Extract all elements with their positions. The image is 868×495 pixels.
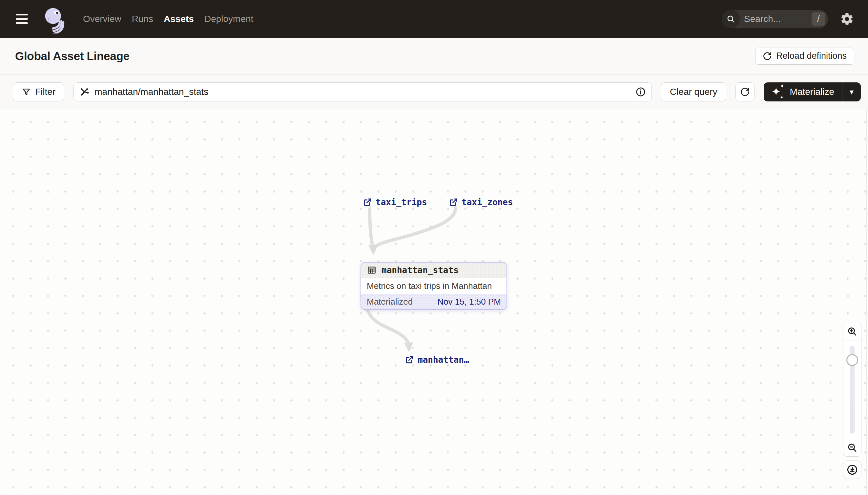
nav-link-overview[interactable]: Overview [78,14,127,24]
reload-definitions-label: Reload definitions [776,51,847,61]
hamburger-menu-icon[interactable] [15,12,29,26]
zoom-out-icon [847,443,857,453]
nav-link-deployment[interactable]: Deployment [199,14,259,24]
filter-funnel-icon [22,87,31,97]
global-search[interactable]: / [722,10,828,28]
sparkle-icon: ✦ ✦ ✦ [772,85,785,99]
edge-taxi-trips-to-manhattan-stats [370,209,373,246]
graph-selector-icon [79,87,90,97]
arrowhead-into-downstream [404,342,413,352]
zoom-slider-thumb[interactable] [846,354,858,366]
gear-icon [840,12,854,26]
reload-icon [763,52,772,61]
query-info-icon[interactable] [635,86,646,98]
asset-node-manhattan-downstream[interactable]: manhattan… [405,355,469,365]
external-link-icon [449,198,458,207]
dagster-logo [41,5,67,33]
status-label: Materialized [367,297,413,307]
filter-button[interactable]: Filter [13,82,64,101]
materialize-split-button: ✦ ✦ ✦ Materialize ▾ [764,82,861,101]
clear-query-label: Clear query [670,87,718,97]
external-link-icon [405,355,414,364]
settings-button[interactable] [840,12,854,26]
asset-node-taxi-zones[interactable]: taxi_zones [449,197,513,207]
asset-node-label: taxi_zones [462,197,513,207]
arrowhead-into-manhattan-stats [368,245,378,255]
edge-manhattan-stats-to-downstream [368,310,408,342]
asset-card-status-row: Materialized Nov 15, 1:50 PM [361,294,507,309]
materialize-options-button[interactable]: ▾ [843,82,861,101]
caret-down-icon: ▾ [850,87,854,97]
download-center-icon [846,464,858,476]
asset-card-header: manhattan_stats [361,262,507,278]
main-nav: Overview Runs Assets Deployment [78,14,259,24]
lineage-canvas[interactable]: taxi_trips taxi_zones manhattan_stats Me… [0,109,868,495]
status-timestamp: Nov 15, 1:50 PM [437,297,501,307]
search-icon [722,10,740,28]
top-navbar: Overview Runs Assets Deployment / [0,0,868,38]
asset-card-manhattan-stats[interactable]: manhattan_stats Metrics on taxi trips in… [360,262,507,310]
page-header: Global Asset Lineage Reload definitions [0,38,868,74]
asset-query-field[interactable] [73,82,652,101]
asset-node-label: taxi_trips [376,197,427,207]
filter-button-label: Filter [35,87,55,97]
external-link-icon [363,198,372,207]
nav-link-runs[interactable]: Runs [127,14,158,24]
clear-query-button[interactable]: Clear query [661,82,726,101]
zoom-slider[interactable] [844,340,861,439]
recenter-view-button[interactable] [843,461,862,479]
refresh-icon [740,87,750,97]
canvas-scrollbar-gutter[interactable] [866,109,868,495]
asset-card-description: Metrics on taxi trips in Manhattan [361,278,507,294]
asset-query-input[interactable] [94,87,630,97]
zoom-controls [843,323,862,457]
search-input[interactable] [744,14,812,24]
zoom-in-icon [847,326,857,337]
zoom-in-button[interactable] [844,323,861,340]
page-title: Global Asset Lineage [15,50,129,63]
reload-definitions-button[interactable]: Reload definitions [755,48,854,65]
nav-link-assets[interactable]: Assets [158,14,199,24]
asset-node-taxi-trips[interactable]: taxi_trips [363,197,427,207]
zoom-out-button[interactable] [844,439,861,456]
asset-card-name: manhattan_stats [382,265,459,275]
search-shortcut-badge: / [812,12,825,26]
asset-node-label: manhattan… [418,355,469,365]
materialize-label: Materialize [790,87,834,97]
edge-taxi-zones-to-manhattan-stats [374,208,456,247]
table-icon [367,265,377,275]
lineage-toolbar: Filter Clear query ✦ ✦ ✦ Mat [0,74,868,109]
refresh-graph-button[interactable] [736,82,755,101]
materialize-button[interactable]: ✦ ✦ ✦ Materialize [764,82,842,101]
